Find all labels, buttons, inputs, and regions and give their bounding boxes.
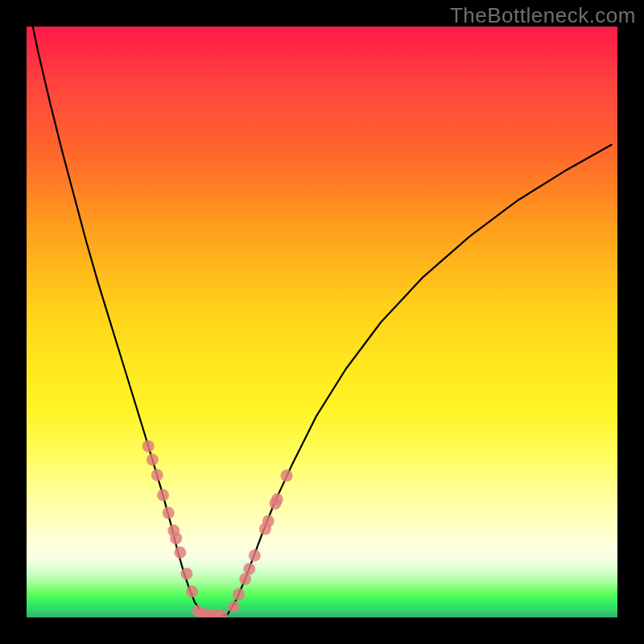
data-marker [243,563,255,575]
data-marker [180,568,192,580]
bottleneck-curve [27,27,612,616]
data-marker [163,507,175,519]
data-marker [227,601,239,613]
plot-area [27,27,617,617]
curve-lines [27,27,612,616]
data-marker [151,469,163,481]
watermark-text: TheBottleneck.com [450,3,636,28]
data-marker [262,515,275,527]
data-marker [249,549,261,561]
data-marker [186,585,198,597]
data-marker [271,493,283,506]
chart-svg [27,27,617,617]
data-marker [280,469,292,481]
data-marker [174,547,186,559]
data-marker [142,440,155,452]
data-marker [147,454,159,466]
chart-frame: TheBottleneck.com [0,0,644,644]
data-marker [157,489,169,502]
data-marker [233,588,245,601]
data-marker [170,532,182,544]
data-markers [142,440,293,617]
